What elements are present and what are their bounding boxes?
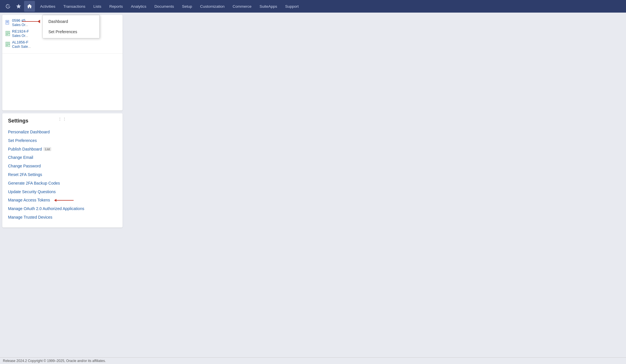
publish-dashboard-row: Publish Dashboard List — [8, 145, 117, 154]
nav-analytics[interactable]: Analytics — [127, 0, 150, 13]
favorites-icon[interactable] — [13, 1, 24, 12]
nav-suiteapps[interactable]: SuiteApps — [255, 0, 281, 13]
item-name[interactable]: Cash Sale... — [12, 45, 31, 49]
manage-access-tokens-row: Manage Access Tokens — [8, 196, 117, 205]
nav-reports[interactable]: Reports — [105, 0, 127, 13]
nav-support[interactable]: Support — [281, 0, 303, 13]
item-name[interactable]: Sales Or... — [12, 34, 28, 38]
settings-link-reset-2fa[interactable]: Reset 2FA Settings — [8, 171, 117, 179]
footer: Release 2024.2 Copyright © 1999–2025, Or… — [0, 357, 626, 364]
svg-rect-13 — [7, 44, 8, 45]
settings-panel: ⋮⋮ Settings Personalize Dashboard Set Pr… — [2, 113, 123, 228]
nav-customization[interactable]: Customization — [196, 0, 229, 13]
dropdown-menu: Dashboard Set Preferences — [42, 15, 100, 38]
nav-commerce[interactable]: Commerce — [229, 0, 255, 13]
settings-link-change-password[interactable]: Change Password — [8, 162, 117, 171]
settings-link-update-security[interactable]: Update Security Questions — [8, 188, 117, 196]
svg-rect-4 — [6, 32, 9, 33]
calc-icon — [5, 31, 10, 36]
drag-handle: ⋮⋮ — [58, 117, 67, 121]
svg-rect-12 — [6, 44, 7, 45]
nav-documents[interactable]: Documents — [150, 0, 178, 13]
item-code[interactable]: RE1924-F — [12, 29, 29, 33]
svg-rect-7 — [9, 33, 9, 34]
settings-content: ⋮⋮ Settings Personalize Dashboard Set Pr… — [2, 113, 123, 228]
left-column: 0596 #5 Sales Or... — [2, 15, 123, 230]
nav-setup[interactable]: Setup — [178, 0, 196, 13]
dropdown-item-dashboard[interactable]: Dashboard — [43, 16, 99, 27]
svg-rect-16 — [7, 45, 8, 46]
history-icon[interactable] — [2, 1, 13, 12]
svg-rect-15 — [6, 45, 7, 46]
navbar: Activities Transactions Lists Reports An… — [0, 0, 626, 13]
svg-rect-6 — [7, 33, 8, 34]
panel-empty-area — [2, 53, 123, 110]
settings-link-change-email[interactable]: Change Email — [8, 153, 117, 162]
item-code[interactable]: AL1856-F — [12, 40, 28, 44]
settings-link-personalize-dashboard[interactable]: Personalize Dashboard — [8, 128, 117, 136]
settings-link-set-preferences[interactable]: Set Preferences — [8, 136, 117, 145]
footer-text: Release 2024.2 Copyright © 1999–2025, Or… — [3, 359, 106, 363]
list-item: AL1856-F Cash Sale... — [2, 39, 123, 50]
svg-rect-2 — [6, 22, 8, 23]
nav-activities[interactable]: Activities — [36, 0, 59, 13]
recent-items-panel: 0596 #5 Sales Or... — [2, 15, 123, 110]
nav-lists[interactable]: Lists — [89, 0, 105, 13]
settings-link-publish-dashboard[interactable]: Publish Dashboard — [8, 145, 42, 154]
doc-icon — [5, 20, 10, 25]
settings-link-manage-oauth[interactable]: Manage OAuth 2.0 Authorized Applications — [8, 205, 117, 213]
settings-link-generate-2fa[interactable]: Generate 2FA Backup Codes — [8, 179, 117, 188]
home-icon[interactable] — [24, 1, 35, 12]
main-empty-area — [125, 15, 624, 230]
svg-rect-1 — [6, 21, 8, 22]
main-content: 0596 #5 Sales Or... — [0, 13, 626, 233]
settings-link-manage-trusted-devices[interactable]: Manage Trusted Devices — [8, 213, 117, 222]
settings-link-manage-access-tokens[interactable]: Manage Access Tokens — [8, 196, 50, 205]
svg-rect-5 — [6, 33, 7, 34]
svg-rect-8 — [6, 34, 7, 35]
calc-icon-2 — [5, 42, 10, 47]
access-tokens-arrow — [54, 199, 74, 202]
nav-transactions[interactable]: Transactions — [59, 0, 89, 13]
nav-menu: Activities Transactions Lists Reports An… — [36, 0, 624, 13]
dropdown-item-set-preferences[interactable]: Set Preferences — [43, 27, 99, 37]
svg-rect-9 — [7, 34, 8, 35]
svg-rect-14 — [9, 44, 9, 45]
list-badge: List — [44, 147, 51, 151]
item-name[interactable]: Sales Or... — [12, 23, 28, 27]
svg-rect-11 — [6, 43, 9, 43]
